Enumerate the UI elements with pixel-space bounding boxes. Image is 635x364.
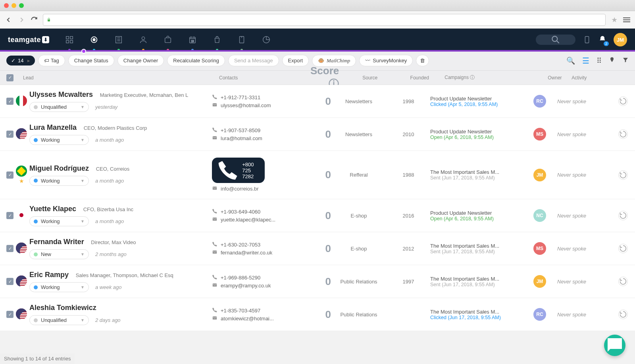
back-button[interactable] — [5, 16, 13, 24]
status-dropdown[interactable]: Working ▼ — [29, 282, 89, 292]
email-link[interactable]: erampy@rampy.co.uk — [212, 282, 303, 289]
user-avatar[interactable]: JM — [614, 33, 627, 46]
forward-button[interactable] — [17, 16, 25, 24]
row-checkbox[interactable]: ✓ — [6, 212, 13, 219]
recalc-scoring-button[interactable]: Recalculate Scoring — [167, 55, 225, 66]
filter-icon[interactable] — [622, 57, 629, 64]
owner-avatar[interactable]: JM — [533, 169, 546, 181]
phone-link[interactable]: +1-969-886-5290 — [212, 274, 303, 281]
refresh-icon[interactable] — [618, 96, 628, 106]
menu-icon[interactable] — [623, 17, 630, 22]
col-campaigns[interactable]: Campaigns ⓘ — [441, 74, 545, 81]
row-checkbox[interactable]: ✓ — [6, 311, 13, 318]
star-icon[interactable]: ★ — [13, 178, 29, 184]
phone-app-icon[interactable] — [583, 35, 591, 44]
selection-count[interactable]: ✓ 14 ▸ — [6, 56, 35, 65]
search-input[interactable] — [536, 35, 575, 45]
mac-max-icon[interactable] — [19, 3, 24, 8]
nav-leads-icon[interactable] — [90, 35, 98, 44]
owner-avatar[interactable]: RC — [533, 308, 546, 321]
lead-row[interactable]: ✓ Lura Manzella CEO, Modern Plastics Cor… — [0, 118, 635, 151]
col-lead[interactable]: Lead — [13, 75, 216, 81]
map-view-icon[interactable] — [609, 57, 615, 64]
refresh-icon[interactable] — [618, 211, 628, 220]
nav-dashboard-icon[interactable] — [65, 35, 74, 44]
logo[interactable]: teamgate⬇ — [8, 36, 49, 44]
owner-avatar[interactable]: MS — [533, 242, 546, 255]
lead-name[interactable]: Lura Manzella — [29, 123, 77, 131]
col-source[interactable]: Source — [342, 75, 398, 81]
change-owner-button[interactable]: Change Owner — [117, 55, 164, 66]
address-bar[interactable] — [43, 14, 606, 26]
email-link[interactable]: yuette.klapec@klapec... — [212, 216, 303, 223]
export-button[interactable]: Export — [282, 55, 309, 66]
row-checkbox[interactable]: ✓ — [6, 131, 13, 138]
lead-name[interactable]: Fernanda Writer — [29, 238, 84, 246]
chat-fab[interactable] — [604, 335, 625, 356]
lead-row[interactable]: ✓ ★ Miguel Rodríguez CEO, Correios Worki… — [0, 151, 635, 199]
owner-avatar[interactable]: MS — [533, 128, 546, 141]
status-dropdown[interactable]: New ▼ — [29, 249, 89, 259]
row-checkbox[interactable]: ✓ — [6, 98, 13, 105]
change-status-button[interactable]: Change Status — [68, 55, 114, 66]
row-checkbox[interactable]: ✓ — [6, 171, 13, 179]
nav-products-icon[interactable] — [213, 35, 221, 44]
lead-row[interactable]: ✓ Ulysses Mcwalters Marketing Executive,… — [0, 85, 635, 118]
delete-button[interactable]: 🗑 — [416, 55, 429, 66]
phone-link[interactable]: +1-903-649-4060 — [212, 208, 303, 215]
lead-row[interactable]: ✓ Eric Rampy Sales Manager, Thompson, Mi… — [0, 265, 635, 298]
refresh-icon[interactable] — [618, 244, 628, 253]
phone-link[interactable]: +1-630-202-7053 — [212, 241, 303, 248]
email-link[interactable]: ulysses@hotmail.com — [212, 102, 303, 109]
grid-view-icon[interactable]: ⠿ — [597, 56, 602, 65]
nav-files-icon[interactable] — [237, 35, 246, 44]
lead-name[interactable]: Miguel Rodríguez — [29, 164, 89, 172]
mac-close-icon[interactable] — [4, 3, 9, 8]
status-dropdown[interactable]: Working ▼ — [29, 135, 89, 145]
lead-name[interactable]: Ulysses Mcwalters — [29, 91, 93, 98]
star-icon[interactable]: ★ — [610, 16, 618, 24]
phone-link[interactable]: +1-912-771-3311 — [212, 94, 303, 101]
nav-deals-icon[interactable] — [164, 35, 172, 44]
refresh-icon[interactable] — [618, 129, 628, 139]
nav-calendar-icon[interactable]: 19 — [188, 35, 197, 44]
status-dropdown[interactable]: Working ▼ — [29, 216, 89, 226]
lead-name[interactable]: Eric Rampy — [29, 271, 69, 279]
owner-avatar[interactable]: RC — [533, 95, 546, 108]
surveymonkey-button[interactable]: 〰SurveyMonkey — [359, 55, 413, 66]
mac-min-icon[interactable] — [12, 3, 16, 8]
email-link[interactable]: info@correios.br — [212, 185, 303, 192]
phone-link[interactable]: +800 725 7282 — [212, 158, 265, 183]
refresh-icon[interactable] — [618, 277, 628, 286]
refresh-icon[interactable] — [618, 170, 628, 180]
lead-row[interactable]: ✓ Aleshia Tomkiewicz Unqualified ▼ 2 day… — [0, 298, 635, 331]
refresh-icon[interactable] — [618, 310, 628, 319]
owner-avatar[interactable]: NC — [533, 209, 546, 222]
status-dropdown[interactable]: Unqualified ▼ — [29, 102, 89, 112]
send-message-button[interactable]: Send a Message — [228, 55, 279, 66]
nav-reports-icon[interactable] — [262, 35, 271, 44]
lead-name[interactable]: Yuette Klapec — [29, 205, 76, 213]
list-view-icon[interactable]: ☰ — [582, 56, 589, 65]
col-founded[interactable]: Founded — [398, 75, 441, 81]
status-dropdown[interactable]: Working ▼ — [29, 176, 89, 186]
tag-button[interactable]: 🏷 Tag — [38, 55, 65, 66]
lead-name[interactable]: Aleshia Tomkiewicz — [29, 304, 96, 312]
owner-avatar[interactable]: JM — [533, 275, 546, 288]
nav-companies-icon[interactable] — [114, 35, 123, 44]
row-checkbox[interactable]: ✓ — [6, 245, 13, 252]
col-activity[interactable]: Activity — [568, 75, 629, 81]
status-dropdown[interactable]: Unqualified ▼ — [29, 315, 89, 325]
email-link[interactable]: lura@hotmail.com — [212, 135, 303, 142]
col-contacts[interactable]: Contacts — [216, 75, 307, 81]
col-owner[interactable]: Owner — [545, 75, 568, 81]
row-checkbox[interactable]: ✓ — [6, 278, 13, 285]
search-icon[interactable]: 🔍 — [566, 56, 575, 65]
lead-row[interactable]: ✓ Fernanda Writer Director, Max Video Ne… — [0, 232, 635, 265]
select-all-checkbox[interactable]: ✓ — [6, 74, 13, 81]
lead-row[interactable]: ✓ Yuette Klapec CFO, Bizerba Usa Inc Wor… — [0, 199, 635, 232]
nav-people-icon[interactable] — [139, 35, 148, 44]
reload-button[interactable] — [30, 16, 38, 24]
notifications-icon[interactable]: 2 — [598, 35, 606, 44]
phone-link[interactable]: +1-907-537-8509 — [212, 127, 303, 134]
